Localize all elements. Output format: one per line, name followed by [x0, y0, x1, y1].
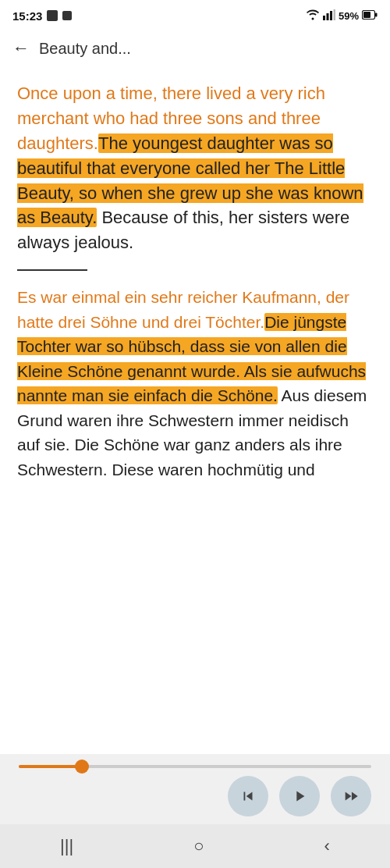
main-content: Once upon a time, there lived a very ric…	[0, 69, 390, 754]
svg-rect-1	[326, 13, 328, 20]
svg-rect-0	[323, 16, 325, 20]
status-right: 59%	[306, 9, 378, 23]
progress-track[interactable]	[19, 765, 371, 768]
page-title: Beauty and...	[39, 40, 131, 58]
svg-rect-3	[333, 9, 335, 20]
status-left: 15:23	[12, 9, 72, 23]
player-bar	[0, 754, 390, 824]
player-controls	[16, 776, 374, 816]
battery-display: 59%	[339, 10, 359, 22]
screen-record-icon	[62, 11, 72, 20]
fastforward-button[interactable]	[331, 776, 371, 816]
progress-bar-container[interactable]	[16, 765, 374, 768]
back-button[interactable]: ←	[12, 38, 30, 59]
fastforward-icon	[342, 788, 360, 805]
wifi-icon	[306, 9, 320, 23]
status-bar: 15:23 59%	[0, 0, 390, 28]
svg-rect-2	[330, 11, 332, 20]
nav-recents-button[interactable]: |||	[44, 830, 89, 863]
rewind-button[interactable]	[228, 776, 268, 816]
play-button[interactable]	[279, 776, 320, 816]
nav-bar: ← Beauty and...	[0, 28, 390, 69]
german-paragraph: Es war einmal ein sehr reicher Kaufmann,…	[17, 285, 373, 482]
progress-fill	[19, 765, 82, 768]
signal-icon	[323, 9, 335, 23]
notification-icon	[47, 10, 58, 21]
battery-icon	[362, 10, 378, 22]
svg-rect-6	[375, 12, 378, 16]
english-paragraph: Once upon a time, there lived a very ric…	[17, 81, 373, 255]
play-icon	[291, 788, 308, 805]
nav-back-button[interactable]: ‹	[309, 830, 346, 863]
svg-rect-5	[363, 12, 370, 18]
nav-home-button[interactable]: ○	[178, 830, 219, 863]
section-divider	[17, 269, 87, 271]
progress-thumb[interactable]	[75, 760, 89, 774]
time-display: 15:23	[12, 9, 42, 23]
rewind-icon	[239, 788, 257, 805]
bottom-nav: ||| ○ ‹	[0, 824, 390, 868]
